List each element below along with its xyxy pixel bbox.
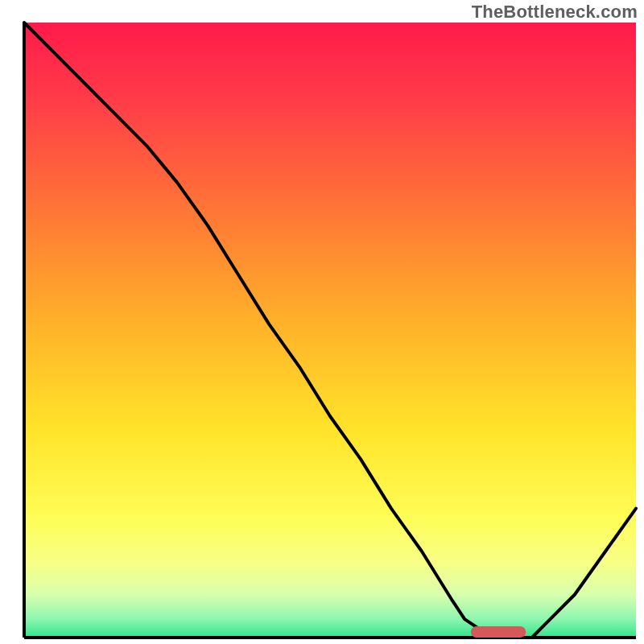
- bottleneck-chart: [0, 0, 644, 644]
- optimal-range-marker: [471, 626, 526, 638]
- chart-container: TheBottleneck.com: [0, 0, 644, 644]
- watermark-text: TheBottleneck.com: [472, 2, 638, 23]
